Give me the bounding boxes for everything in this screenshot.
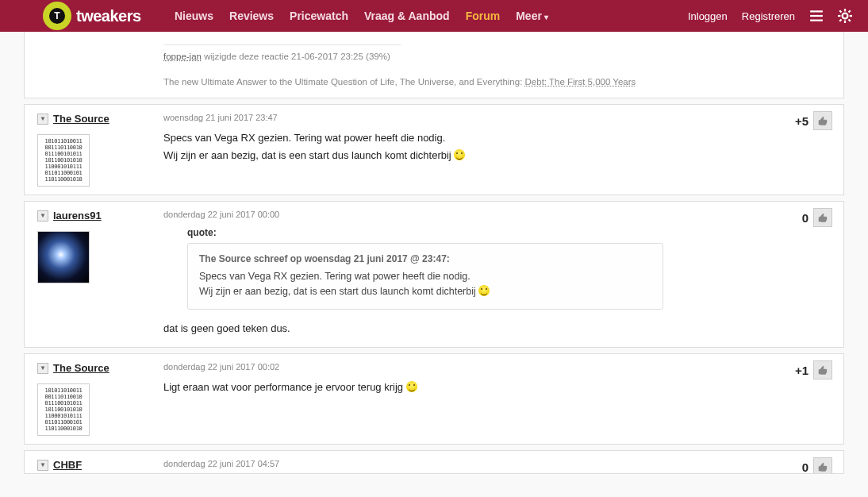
register-link[interactable]: Registreren: [742, 10, 795, 22]
post-timestamp: donderdag 22 juni 2017 04:57: [163, 459, 831, 468]
post-score: +1: [795, 364, 808, 377]
post-body: Ligt eraan wat voor performance je ervoo…: [163, 379, 831, 395]
avatar[interactable]: 101011010011 001110110010 011100101011 1…: [37, 383, 90, 436]
avatar[interactable]: [37, 231, 90, 283]
forum-post: +5 ▼ The Source 101011010011 00111011001…: [24, 104, 844, 195]
svg-rect-1: [810, 15, 823, 17]
signature: The new Ultimate Answer to the Ultimate …: [163, 75, 831, 88]
username-link[interactable]: CHBF: [53, 459, 82, 471]
site-logo[interactable]: T tweakers: [43, 0, 141, 32]
signature-link[interactable]: Debt: The First 5,000 Years: [525, 77, 636, 87]
post-body: Specs van Vega RX gezien. Tering wat pow…: [163, 130, 831, 163]
edit-note: foppe-jan wijzigde deze reactie 21-06-20…: [163, 52, 831, 61]
post-score: 0: [802, 211, 808, 225]
upvote-button[interactable]: [813, 457, 832, 474]
nav-reviews[interactable]: Reviews: [229, 10, 274, 22]
svg-rect-0: [810, 10, 823, 12]
forum-post: 0 ▼ laurens91 donderdag 22 juni 2017 00:…: [24, 201, 844, 348]
post-score: +5: [795, 114, 808, 128]
post-body: dat is geen goed teken dus.: [163, 321, 831, 337]
divider: [163, 44, 401, 45]
user-menu-toggle[interactable]: ▼: [37, 114, 48, 125]
smiley-icon: [478, 285, 490, 296]
upvote-button[interactable]: [813, 111, 832, 130]
upvote-button[interactable]: [813, 208, 832, 227]
nav-nieuws[interactable]: Nieuws: [175, 10, 213, 22]
top-nav-bar: T tweakers Nieuws Reviews Pricewatch Vra…: [0, 0, 868, 32]
svg-point-3: [843, 13, 848, 19]
username-link[interactable]: The Source: [53, 113, 109, 125]
nav-forum[interactable]: Forum: [466, 10, 501, 22]
gear-icon[interactable]: [838, 9, 852, 23]
nav-meer[interactable]: Meer: [516, 10, 547, 22]
svg-rect-2: [810, 20, 823, 21]
quote-block: The Source schreef op woensdag 21 juni 2…: [187, 243, 663, 310]
quote-attribution: The Source schreef op woensdag 21 juni 2…: [199, 253, 651, 264]
forum-post: +1 ▼ The Source 101011010011 00111011001…: [24, 353, 844, 445]
user-menu-toggle[interactable]: ▼: [37, 210, 48, 222]
primary-nav: Nieuws Reviews Pricewatch Vraag & Aanbod…: [175, 10, 548, 22]
nav-vraag-aanbod[interactable]: Vraag & Aanbod: [364, 10, 450, 22]
forum-post: 0 ▼ CHBF donderdag 22 juni 2017 04:57: [24, 450, 844, 474]
username-link[interactable]: laurens91: [53, 210, 102, 222]
svg-line-11: [849, 10, 851, 12]
list-icon[interactable]: [809, 9, 824, 23]
post-timestamp: donderdag 22 juni 2017 00:02: [163, 362, 831, 372]
account-nav: Inloggen Registreren: [688, 9, 852, 23]
smiley-icon: [454, 149, 465, 160]
smiley-icon: [406, 381, 417, 392]
nav-pricewatch[interactable]: Pricewatch: [290, 10, 348, 22]
user-menu-toggle[interactable]: ▼: [37, 363, 48, 374]
post-fragment-prev: foppe-jan wijzigde deze reactie 21-06-20…: [24, 32, 844, 98]
upvote-button[interactable]: [813, 360, 832, 379]
svg-line-9: [849, 20, 851, 21]
quote-label: quote:: [187, 227, 831, 238]
user-menu-toggle[interactable]: ▼: [37, 460, 48, 471]
edit-author-link[interactable]: foppe-jan: [163, 52, 202, 61]
svg-line-8: [839, 10, 841, 12]
avatar[interactable]: 101011010011 001110110010 011100101011 1…: [37, 134, 90, 187]
post-timestamp: donderdag 22 juni 2017 00:00: [163, 210, 831, 219]
post-timestamp: woensdag 21 juni 2017 23:47: [163, 113, 831, 122]
svg-line-10: [839, 20, 841, 21]
post-score: 0: [802, 460, 808, 474]
login-link[interactable]: Inloggen: [688, 10, 728, 22]
username-link[interactable]: The Source: [53, 362, 109, 374]
